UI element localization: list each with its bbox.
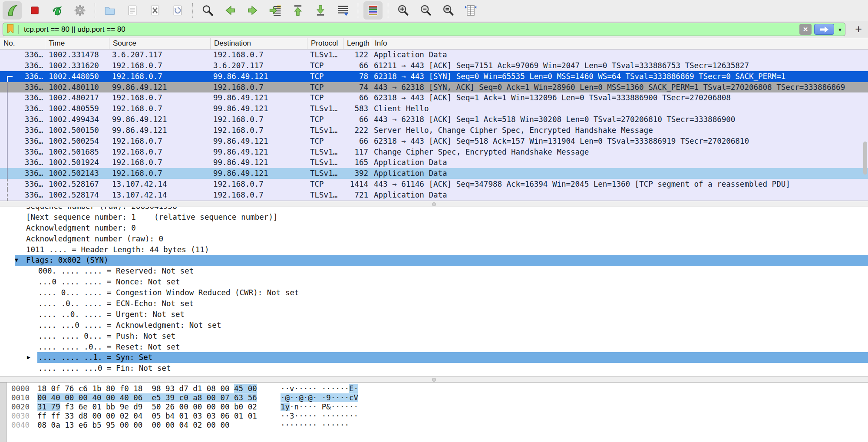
detail-line[interactable]: .... 0... .... = Congestion Window Reduc…: [0, 287, 868, 298]
column-header[interactable]: No.: [0, 38, 45, 49]
packet-row[interactable]: 336… 1002.480217 192.168.0.7 99.86.49.12…: [0, 92, 868, 103]
hex-row[interactable]: 0010 00 40 00 00 40 00 40 06 e5 39 c0 a8…: [0, 393, 868, 402]
detail-line[interactable]: .... ...0 .... = Acknowledgment: Not set: [0, 320, 868, 331]
detail-line[interactable]: .... .0.. .... = ECN-Echo: Not set: [0, 298, 868, 309]
reload-capture-file-button[interactable]: [168, 1, 187, 20]
expander-triangle-icon[interactable]: [27, 342, 38, 353]
column-header[interactable]: Destination: [211, 38, 307, 49]
open-capture-file-button[interactable]: [100, 1, 119, 20]
packet-row[interactable]: 336… 1002.448050 192.168.0.7 99.86.49.12…: [0, 71, 868, 82]
splitter-list-details[interactable]: [0, 201, 868, 207]
detail-line[interactable]: Acknowledgment number (raw): 0: [0, 234, 868, 244]
close-capture-file-button[interactable]: [145, 1, 165, 20]
stop-capture-button[interactable]: [25, 1, 44, 20]
hex-row[interactable]: 0000 18 0f 76 c6 1b 80 f0 18 98 93 d7 d1…: [0, 384, 868, 393]
detail-line[interactable]: ...0 .... .... = Nonce: Not set: [0, 277, 868, 287]
cell-protocol: TLSv1…: [307, 147, 343, 158]
capture-options-button[interactable]: [70, 1, 89, 20]
hex-offset: 0040: [11, 421, 32, 430]
packet-row[interactable]: 336… 1002.502143 192.168.0.7 99.86.49.12…: [0, 168, 868, 179]
packet-row[interactable]: 336… 1002.480110 99.86.49.121 192.168.0.…: [0, 82, 868, 93]
expander-triangle-icon[interactable]: [15, 234, 26, 244]
detail-line[interactable]: .... .... 0... = Push: Not set: [0, 331, 868, 342]
detail-line[interactable]: 000. .... .... = Reserved: Not set: [0, 266, 868, 277]
cell-info: 61211 → 443 [ACK] Seq=7151 Ack=97069 Win…: [371, 60, 749, 71]
expander-triangle-icon[interactable]: [15, 244, 26, 255]
display-filter-input[interactable]: tcp.port == 80 || udp.port == 80 ✕ ▾: [3, 23, 845, 36]
column-header[interactable]: Protocol: [307, 38, 343, 49]
restart-capture-button[interactable]: [48, 1, 67, 20]
resize-columns-button[interactable]: [461, 1, 480, 20]
column-header[interactable]: Time: [45, 38, 109, 49]
hex-bytes: 08 0a 13 e6 b5 95 00 00 00 00 04 02 00 0…: [37, 421, 277, 430]
cell-time: 1002.528167: [45, 179, 109, 190]
shark-fin-icon: [6, 4, 19, 17]
go-to-packet-button[interactable]: [266, 1, 285, 20]
expander-triangle-icon[interactable]: [15, 223, 26, 234]
packet-row[interactable]: 336… 1002.500254 192.168.0.7 99.86.49.12…: [0, 136, 868, 147]
packet-row[interactable]: 336… 1002.331478 3.6.207.117 192.168.0.7…: [0, 49, 868, 60]
packet-row[interactable]: 336… 1002.480559 192.168.0.7 99.86.49.12…: [0, 103, 868, 114]
expander-triangle-icon[interactable]: [27, 309, 38, 320]
detail-line[interactable]: 1011 .... = Header Length: 44 bytes (11): [0, 244, 868, 255]
detail-line[interactable]: Acknowledgment number: 0: [0, 223, 868, 234]
save-capture-file-button[interactable]: [123, 1, 142, 20]
zoom-in-button[interactable]: [393, 1, 413, 20]
expander-triangle-icon[interactable]: ▶: [27, 352, 38, 363]
arrow-down-bar-icon: [314, 4, 327, 17]
packet-row[interactable]: 336… 1002.528174 13.107.42.14 192.168.0.…: [0, 190, 868, 201]
expander-triangle-icon[interactable]: [27, 298, 38, 309]
go-forward-button[interactable]: [243, 1, 262, 20]
cell-length: 66: [343, 114, 371, 125]
expander-triangle-icon[interactable]: [27, 277, 38, 287]
column-header[interactable]: Info: [371, 38, 868, 49]
start-capture-button[interactable]: [3, 1, 22, 20]
packet-row[interactable]: 336… 1002.528167 13.107.42.14 192.168.0.…: [0, 179, 868, 190]
filter-expression-text[interactable]: tcp.port == 80 || udp.port == 80: [24, 25, 799, 34]
column-header[interactable]: Source: [109, 38, 211, 49]
expander-triangle-icon[interactable]: [15, 212, 26, 223]
filter-apply-button[interactable]: [814, 24, 834, 35]
packet-row[interactable]: 336… 1002.501685 192.168.0.7 99.86.49.12…: [0, 147, 868, 158]
go-last-packet-button[interactable]: [311, 1, 330, 20]
expander-triangle-icon[interactable]: [27, 363, 38, 374]
filter-dropdown-caret[interactable]: ▾: [838, 26, 842, 33]
expander-triangle-icon[interactable]: [27, 287, 38, 298]
expander-triangle-icon[interactable]: [27, 320, 38, 331]
packet-list-header: No.TimeSourceDestinationProtocolLengthIn…: [0, 38, 868, 49]
packet-row[interactable]: 336… 1002.499434 99.86.49.121 192.168.0.…: [0, 114, 868, 125]
hex-row[interactable]: 0040 08 0a 13 e6 b5 95 00 00 00 00 04 02…: [0, 421, 868, 430]
detail-line[interactable]: ▶ .... .... ..1. = Syn: Set: [0, 352, 868, 363]
detail-line[interactable]: [Next sequence number: 1 (relative seque…: [0, 212, 868, 223]
bookmark-icon[interactable]: [7, 24, 14, 35]
detail-line[interactable]: .... ..0. .... = Urgent: Not set: [0, 309, 868, 320]
filter-add-button[interactable]: +: [855, 22, 862, 36]
expander-triangle-icon[interactable]: [27, 266, 38, 277]
hex-row[interactable]: 0020 31 79 f3 6e 01 bb 9e d9 50 26 00 00…: [0, 402, 868, 412]
column-header[interactable]: Length: [343, 38, 371, 49]
detail-line[interactable]: Sequence number (raw): 2665041958: [0, 207, 868, 212]
packet-row[interactable]: 336… 1002.501924 192.168.0.7 99.86.49.12…: [0, 157, 868, 168]
expander-triangle-icon[interactable]: [15, 207, 26, 212]
detail-line[interactable]: .... .... ...0 = Fin: Not set: [0, 363, 868, 374]
expander-triangle-icon[interactable]: [27, 331, 38, 342]
filter-clear-button[interactable]: ✕: [799, 24, 812, 35]
go-first-packet-button[interactable]: [288, 1, 307, 20]
expander-triangle-icon[interactable]: ▼: [15, 255, 26, 266]
hex-row[interactable]: 0030 ff ff 33 d8 00 00 02 04 05 b4 01 03…: [0, 412, 868, 421]
auto-scroll-button[interactable]: [333, 1, 353, 20]
packet-list-scrollbar-thumb[interactable]: [863, 142, 867, 175]
cell-source: 99.86.49.121: [109, 114, 211, 125]
zoom-reset-button[interactable]: [439, 1, 458, 20]
go-back-button[interactable]: [221, 1, 240, 20]
packet-row[interactable]: 336… 1002.500150 99.86.49.121 192.168.0.…: [0, 125, 868, 136]
find-packet-button[interactable]: [198, 1, 217, 20]
hex-bytes: 00 40 00 00 40 00 40 06 e5 39 c0 a8 00 0…: [37, 393, 277, 402]
packet-row[interactable]: 336… 1002.331620 192.168.0.7 3.6.207.117…: [0, 60, 868, 71]
detail-line[interactable]: ▼ Flags: 0x002 (SYN): [0, 255, 868, 266]
detail-line[interactable]: .... .... .0.. = Reset: Not set: [0, 342, 868, 353]
splitter-details-bytes[interactable]: [0, 376, 868, 383]
zoom-out-button[interactable]: [416, 1, 435, 20]
colorize-packets-button[interactable]: [363, 1, 383, 20]
file-binary-icon: [126, 4, 139, 17]
